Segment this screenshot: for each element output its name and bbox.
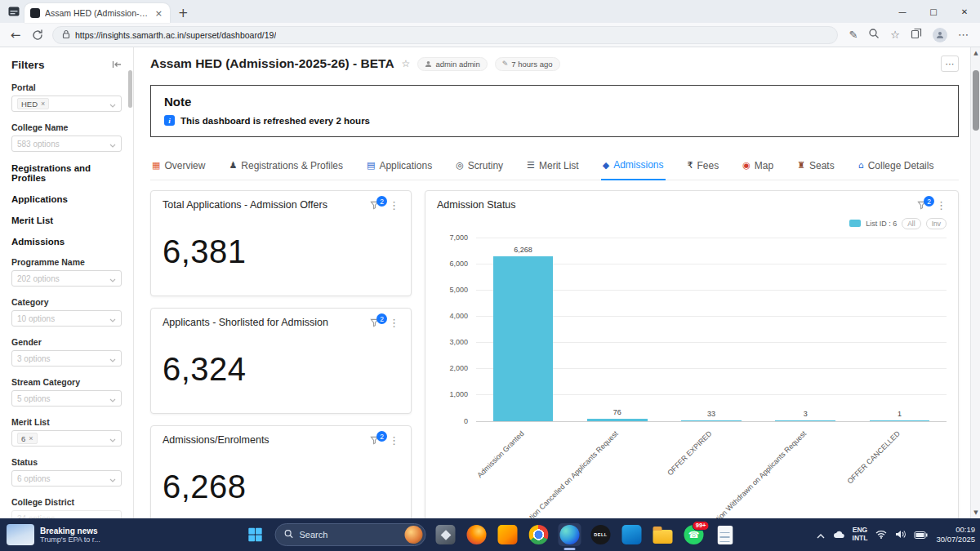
kebab-menu-icon[interactable]: ⋮ — [389, 200, 399, 211]
tray-chevron-icon[interactable] — [817, 527, 825, 542]
stat-card-total-applications-admission-offers: Total Applications - Admission Offers2⋮6… — [150, 190, 412, 296]
main-scrollbar[interactable]: ▲ ▼ — [970, 47, 980, 518]
y-axis-label: 0 — [464, 417, 468, 425]
card-title: Total Applications - Admission Offers — [163, 199, 327, 212]
url-text[interactable]: https://insights.samarth.ac.in/superset/… — [75, 30, 276, 40]
bar-application-cancelled-on-applicants-request[interactable] — [587, 419, 648, 420]
remove-tag-icon[interactable]: × — [29, 434, 33, 442]
plot-area: 6,268Admission Granted76Application Canc… — [476, 238, 947, 422]
tab-applications[interactable]: ▤Applications — [365, 153, 434, 180]
filter-select-category[interactable]: 10 options — [11, 310, 122, 327]
window-maximize-button[interactable]: □ — [918, 0, 949, 23]
file-explorer-icon[interactable] — [652, 523, 675, 546]
dell-icon[interactable]: DELL — [590, 523, 612, 546]
whatsapp-icon[interactable]: ☎ 99+ — [683, 523, 706, 546]
news-widget[interactable]: Breaking news Trump's EPA to r... — [0, 518, 100, 551]
refresh-button[interactable] — [30, 29, 45, 41]
legend-all-button[interactable]: All — [902, 218, 920, 229]
notification-count-badge: 99+ — [693, 521, 710, 531]
filter-select-portal[interactable]: HED× — [11, 96, 122, 112]
outlook-icon[interactable] — [621, 523, 644, 546]
chart-filter-icon[interactable]: 2 — [917, 201, 926, 210]
favorites-icon[interactable]: ☆ — [890, 29, 900, 41]
last-edited-text: 7 hours ago — [511, 60, 552, 69]
search-highlight-image[interactable] — [405, 526, 423, 544]
firefox-icon[interactable] — [466, 523, 488, 546]
back-button[interactable]: ← — [8, 28, 23, 42]
filter-select-merit-list[interactable]: 6× — [11, 430, 122, 447]
office-icon[interactable] — [497, 523, 519, 546]
main-scrollbar-thumb[interactable] — [973, 70, 979, 131]
tab-label: Scrutiny — [468, 160, 503, 171]
start-button[interactable] — [244, 523, 267, 546]
new-tab-button[interactable]: + — [178, 6, 189, 20]
favorite-star-icon[interactable]: ☆ — [402, 58, 411, 69]
bar-offer-expired[interactable] — [681, 420, 742, 421]
clock[interactable]: 00:19 30/07/2025 — [936, 525, 975, 544]
chrome-icon[interactable] — [528, 523, 550, 546]
window-close-button[interactable]: ✕ — [949, 0, 980, 23]
scroll-up-icon[interactable]: ▲ — [971, 50, 980, 56]
collapse-filters-icon[interactable] — [112, 57, 122, 72]
legend-swatch[interactable] — [849, 220, 861, 227]
stat-card-admissions-enrolments: Admissions/Enrolments2⋮6,268 — [150, 425, 412, 518]
volume-icon[interactable] — [895, 527, 906, 542]
onedrive-icon[interactable] — [833, 527, 844, 542]
taskbar-search[interactable]: Search — [275, 523, 426, 546]
site-security-icon[interactable] — [62, 28, 70, 42]
tab-overview[interactable]: ▦Overview — [150, 153, 207, 180]
tab-scrutiny[interactable]: ◎Scrutiny — [454, 153, 505, 180]
tab-fees[interactable]: ₹Fees — [686, 153, 721, 180]
chart-filter-icon[interactable]: 2 — [370, 436, 379, 445]
address-bar[interactable]: https://insights.samarth.ac.in/superset/… — [52, 26, 838, 44]
bar-application-withdrawn-on-applicants-request[interactable] — [775, 420, 835, 421]
legend-inv-button[interactable]: Inv — [926, 218, 947, 229]
dashboard-menu-button[interactable]: ⋯ — [941, 56, 959, 72]
legend-label[interactable]: List ID : 6 — [866, 220, 897, 228]
scroll-down-icon[interactable]: ▼ — [971, 509, 980, 516]
window-minimize-button[interactable]: — — [887, 0, 918, 23]
tab-college-details[interactable]: ⌂College Details — [857, 153, 936, 180]
tab-admissions[interactable]: ◆Admissions — [601, 153, 666, 180]
bar-value-label: 1 — [866, 410, 932, 418]
map-icon: ◉ — [742, 161, 751, 170]
wifi-icon[interactable] — [875, 527, 887, 542]
filter-select-college-name[interactable]: 583 options — [11, 136, 122, 152]
admissions-icon: ◆ — [603, 161, 609, 170]
edge-icon[interactable] — [559, 523, 581, 546]
tab-registrations-profiles[interactable]: ♟Registrations & Profiles — [227, 153, 345, 180]
language-indicator[interactable]: ENG INTL — [853, 527, 868, 543]
tab-merit-list[interactable]: ☰Merit List — [525, 153, 581, 180]
tab-seats[interactable]: ♜Seats — [795, 153, 836, 180]
chart-filter-icon[interactable]: 2 — [370, 318, 379, 327]
workspace-icon[interactable] — [8, 7, 20, 16]
filter-select-stream-category[interactable]: 5 options — [11, 390, 122, 407]
dashboard-tabs: ▦Overview♟Registrations & Profiles▤Appli… — [150, 153, 959, 180]
battery-icon[interactable] — [914, 527, 928, 542]
kebab-menu-icon[interactable]: ⋮ — [389, 318, 399, 328]
chart-filter-icon[interactable]: 2 — [370, 201, 379, 210]
filter-select-gender[interactable]: 3 options — [11, 350, 122, 367]
browser-menu-icon[interactable]: ⋯ — [958, 29, 969, 41]
collections-icon[interactable] — [911, 28, 922, 42]
photos-icon[interactable] — [434, 523, 457, 546]
profile-avatar[interactable] — [933, 28, 947, 42]
kebab-menu-icon[interactable]: ⋮ — [936, 200, 947, 211]
x-axis-label: Admission Granted — [475, 429, 525, 479]
y-axis-label: 1,000 — [449, 390, 468, 398]
browser-tab[interactable]: Assam HED (Admission-2025-26) × — [24, 3, 170, 23]
bar-offer-cancelled[interactable] — [870, 420, 930, 421]
page-content: Filters PortalHED×College Name583 option… — [0, 47, 980, 518]
zoom-icon[interactable] — [868, 28, 880, 42]
filter-select-programme-name[interactable]: 202 options — [11, 270, 122, 287]
tab-close-icon[interactable]: × — [154, 8, 164, 19]
filter-select-status[interactable]: 6 options — [11, 470, 122, 487]
sidebar-scrollbar-thumb[interactable] — [128, 70, 132, 108]
remove-tag-icon[interactable]: × — [41, 100, 45, 108]
tab-map[interactable]: ◉Map — [741, 153, 775, 180]
filter-select-college-district[interactable]: 34 options — [11, 510, 122, 518]
notepad-icon[interactable] — [714, 523, 737, 546]
web-capture-icon[interactable]: ✎ — [849, 29, 858, 41]
kebab-menu-icon[interactable]: ⋮ — [389, 435, 399, 446]
bar-admission-granted[interactable] — [493, 256, 554, 420]
